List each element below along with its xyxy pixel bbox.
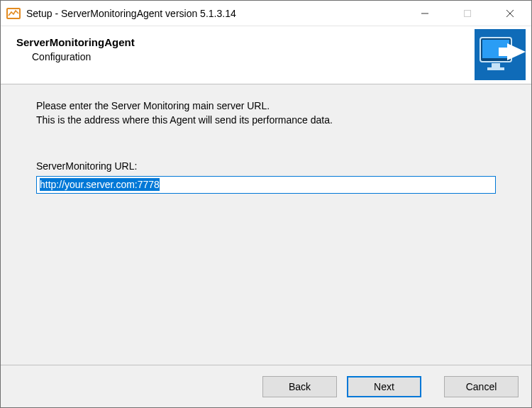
svg-rect-8	[492, 63, 500, 67]
maximize-button	[446, 1, 489, 26]
url-input-value: http://your.server.com:7778	[40, 178, 160, 191]
window-controls	[404, 1, 531, 26]
wizard-header: ServerMonitoringAgent Configuration	[1, 26, 531, 84]
header-title: ServerMonitoringAgent	[16, 36, 523, 48]
window-title: Setup - ServerMonitoringAgent version 5.…	[26, 8, 404, 19]
minimize-button[interactable]	[404, 1, 446, 26]
titlebar: Setup - ServerMonitoringAgent version 5.…	[1, 1, 531, 26]
svg-rect-9	[487, 67, 504, 70]
setup-window: Setup - ServerMonitoringAgent version 5.…	[0, 0, 532, 408]
instruction-text: Please enter the Server Monitoring main …	[36, 99, 496, 128]
cancel-button[interactable]: Cancel	[444, 376, 519, 397]
header-text: ServerMonitoringAgent Configuration	[16, 36, 523, 62]
header-subtitle: Configuration	[32, 51, 523, 62]
close-button[interactable]	[489, 1, 531, 26]
instruction-line: This is the address where this Agent wil…	[36, 113, 496, 127]
next-button[interactable]: Next	[347, 376, 421, 397]
instruction-line: Please enter the Server Monitoring main …	[36, 99, 496, 113]
wizard-content: Please enter the Server Monitoring main …	[1, 84, 531, 365]
app-icon	[6, 6, 21, 21]
back-button[interactable]: Back	[262, 376, 337, 397]
svg-rect-2	[465, 10, 471, 16]
url-field-label: ServerMonitoring URL:	[36, 160, 496, 172]
monitor-icon	[475, 29, 526, 80]
wizard-footer: Back Next Cancel	[1, 365, 531, 407]
url-input[interactable]: http://your.server.com:7778	[36, 176, 496, 194]
